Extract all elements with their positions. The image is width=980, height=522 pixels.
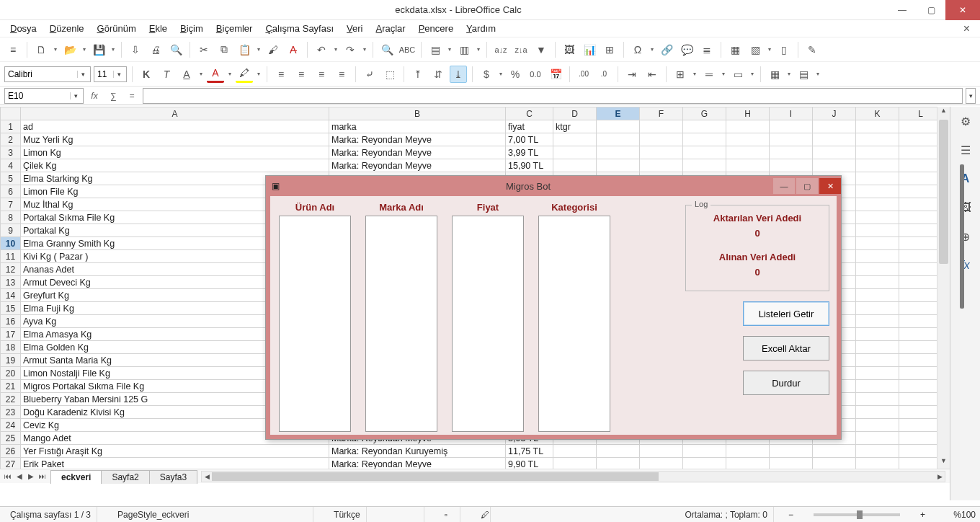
- expand-formula-bar-icon[interactable]: ▾: [966, 88, 976, 104]
- special-char-icon[interactable]: Ω: [629, 41, 646, 58]
- status-language[interactable]: Türkçe: [328, 507, 367, 523]
- status-pagestyle[interactable]: PageStyle_eckveri: [112, 507, 313, 523]
- scroll-up-arrow-icon[interactable]: ▲: [937, 107, 950, 118]
- zoom-out-icon[interactable]: −: [788, 510, 793, 520]
- merge-cells-icon[interactable]: ⬚: [381, 66, 398, 83]
- menu-araçlar[interactable]: Araçlar: [370, 22, 411, 35]
- cell-E1[interactable]: [597, 120, 640, 133]
- percent-icon[interactable]: %: [507, 66, 524, 83]
- wrap-text-icon[interactable]: ⤶: [361, 66, 378, 83]
- cell-K2[interactable]: [856, 133, 899, 146]
- cell-C3[interactable]: 3,99 TL: [506, 146, 553, 159]
- valign-bottom-icon[interactable]: ⤓: [450, 66, 467, 83]
- underline-dropdown[interactable]: ▾: [198, 66, 204, 83]
- clone-format-icon[interactable]: 🖌: [264, 41, 282, 58]
- align-center-icon[interactable]: ≡: [293, 66, 310, 83]
- row-header-4[interactable]: 4: [1, 159, 21, 172]
- cell-L16[interactable]: [899, 315, 937, 328]
- menu-ekle[interactable]: Ekle: [143, 22, 173, 35]
- align-justify-icon[interactable]: ≡: [333, 66, 350, 83]
- cell-F27[interactable]: [640, 458, 683, 469]
- cell-L2[interactable]: [899, 133, 937, 146]
- save-dropdown[interactable]: ▾: [110, 41, 116, 58]
- row-header-26[interactable]: 26: [1, 445, 21, 458]
- freeze-icon[interactable]: ▧: [747, 41, 764, 58]
- cell-L15[interactable]: [899, 302, 937, 315]
- cell-L9[interactable]: [899, 224, 937, 237]
- zoom-slider[interactable]: [814, 513, 900, 516]
- cell-G26[interactable]: [683, 445, 726, 458]
- row-dropdown[interactable]: ▾: [447, 41, 453, 58]
- font-size-combo[interactable]: ▾: [94, 66, 127, 82]
- cell-I3[interactable]: [770, 146, 813, 159]
- cell-J27[interactable]: [813, 458, 856, 469]
- cell-A3[interactable]: Limon Kg: [21, 146, 329, 159]
- cell-K23[interactable]: [856, 406, 899, 419]
- cell-L27[interactable]: [899, 458, 937, 469]
- menu-pencere[interactable]: Pencere: [413, 22, 459, 35]
- cell-E27[interactable]: [597, 458, 640, 469]
- new-icon[interactable]: 🗋: [32, 41, 50, 58]
- cell-K24[interactable]: [856, 419, 899, 432]
- cell-H3[interactable]: [726, 146, 770, 159]
- underline-icon[interactable]: A: [178, 66, 195, 83]
- column-header-L[interactable]: L: [899, 107, 937, 120]
- cell-K21[interactable]: [856, 380, 899, 393]
- cell-I27[interactable]: [770, 458, 813, 469]
- cell-L4[interactable]: [899, 159, 937, 172]
- comment-icon[interactable]: 💬: [678, 41, 695, 58]
- autoformat-icon[interactable]: ▦: [766, 66, 783, 83]
- cell-H26[interactable]: [726, 445, 770, 458]
- new-dropdown[interactable]: ▾: [53, 41, 58, 58]
- sheet-tab-eckveri[interactable]: eckveri: [50, 470, 102, 484]
- cell-L3[interactable]: [899, 146, 937, 159]
- print-preview-icon[interactable]: 🔍: [167, 41, 184, 58]
- function-wizard-icon[interactable]: fx: [86, 88, 102, 104]
- cell-L18[interactable]: [899, 341, 937, 354]
- overlay-listbox[interactable]: [538, 216, 610, 432]
- cell-C1[interactable]: fiyat: [506, 120, 553, 133]
- cell-L23[interactable]: [899, 406, 937, 419]
- conditional-format-icon[interactable]: ▤: [795, 66, 812, 83]
- cell-D4[interactable]: [553, 159, 597, 172]
- overlay-listbox[interactable]: [452, 216, 524, 432]
- cell-L24[interactable]: [899, 419, 937, 432]
- cell-B2[interactable]: Marka: Reyondan Meyve: [329, 133, 506, 146]
- export-pdf-icon[interactable]: ⇩: [127, 41, 144, 58]
- select-all-corner[interactable]: [1, 107, 21, 120]
- cell-D27[interactable]: [553, 458, 597, 469]
- open-icon[interactable]: 📂: [61, 41, 79, 58]
- font-name-input[interactable]: [5, 67, 77, 81]
- cell-A27[interactable]: Erik Paket: [21, 458, 329, 469]
- cell-K22[interactable]: [856, 393, 899, 406]
- row-header-22[interactable]: 22: [1, 393, 21, 406]
- cell-H2[interactable]: [726, 133, 770, 146]
- cell-K14[interactable]: [856, 289, 899, 302]
- currency-dropdown[interactable]: ▾: [498, 66, 504, 83]
- tab-last-icon[interactable]: ⏭: [37, 472, 48, 480]
- cell-F4[interactable]: [640, 159, 683, 172]
- overlay-maximize-button[interactable]: ▢: [796, 178, 818, 194]
- cell-K25[interactable]: [856, 432, 899, 445]
- highlight-dropdown[interactable]: ▾: [256, 66, 262, 83]
- status-insert-mode[interactable]: [381, 507, 424, 523]
- borders-icon[interactable]: ⊞: [672, 66, 689, 83]
- cell-J2[interactable]: [813, 133, 856, 146]
- cell-K27[interactable]: [856, 458, 899, 469]
- cell-K13[interactable]: [856, 276, 899, 289]
- cell-K26[interactable]: [856, 445, 899, 458]
- open-dropdown[interactable]: ▾: [81, 41, 87, 58]
- cell-L20[interactable]: [899, 367, 937, 380]
- durdur-button[interactable]: Durdur: [743, 371, 829, 395]
- cell-J26[interactable]: [813, 445, 856, 458]
- zoom-in-icon[interactable]: +: [920, 510, 925, 520]
- cell-L6[interactable]: [899, 185, 937, 198]
- scroll-left-arrow-icon[interactable]: ◀: [202, 472, 212, 482]
- menu-görünüm[interactable]: Görünüm: [92, 22, 142, 35]
- cell-G2[interactable]: [683, 133, 726, 146]
- cell-F2[interactable]: [640, 133, 683, 146]
- cell-H4[interactable]: [726, 159, 770, 172]
- cell-H27[interactable]: [726, 458, 770, 469]
- column-header-H[interactable]: H: [726, 107, 770, 120]
- row-icon[interactable]: ▤: [427, 41, 444, 58]
